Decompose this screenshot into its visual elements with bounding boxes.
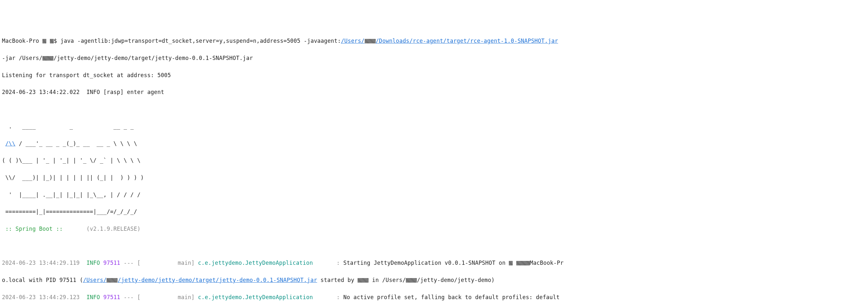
banner-line: ( ( )\___ | '_ | '_| | '_ \/ _` | \ \ \ … <box>2 156 866 165</box>
redacted <box>358 278 369 283</box>
log-ts: 2024-06-23 13:44:29.123 <box>2 294 80 300</box>
banner-line: \\/ ___)| |_)| | | | | || (_| | ) ) ) ) <box>2 173 866 182</box>
log-pid: 97511 <box>103 260 120 266</box>
banner-line: =========|_|==============|___/=/_/_/_/ <box>2 207 866 216</box>
listening-line: Listening for transport dt_socket at add… <box>2 71 866 80</box>
log-sep: --- [ main] <box>120 294 198 300</box>
prompt-dollar: $ <box>54 38 61 44</box>
banner-line: ' |____| .__|_| |_|_| |_\__, | / / / / <box>2 190 866 199</box>
log-msg: No active profile set, falling back to d… <box>343 294 560 300</box>
cmd-java: java -agentlib:jdwp=transport=dt_socket,… <box>61 38 341 44</box>
banner-line: /\\ / ___'_ __ _ _(_)_ __ __ _ \ \ \ \ <box>2 139 866 148</box>
redacted <box>42 56 54 61</box>
banner-line: :: Spring Boot :: (v2.1.9.RELEASE) <box>2 224 866 233</box>
agent-jar-link[interactable]: /Users//Downloads/rce-agent/target/rce-a… <box>341 38 558 44</box>
log-logger: c.e.jettydemo.JettyDemoApplication <box>198 260 333 266</box>
redacted <box>365 39 376 43</box>
redacted <box>516 261 530 266</box>
redacted <box>106 278 118 283</box>
log-ts: 2024-06-23 13:44:29.119 <box>2 260 80 266</box>
enter-agent-line: 2024-06-23 13:44:22.022 INFO [rasp] ente… <box>2 88 866 96</box>
log-msg: Starting JettyDemoApplication v0.0.1-SNA… <box>343 260 509 266</box>
redacted <box>509 261 513 266</box>
log-line-continuation: o.local with PID 97511 (/Users//jetty-de… <box>2 276 866 284</box>
log-sep: --- [ main] <box>120 260 198 266</box>
log-level: INFO <box>87 294 100 300</box>
log-logger: c.e.jettydemo.JettyDemoApplication <box>198 294 333 300</box>
log-line: 2024-06-23 13:44:29.123 INFO 97511 --- [… <box>2 293 866 301</box>
banner-line: . ____ _ __ _ _ <box>2 122 866 131</box>
redacted <box>42 39 46 43</box>
log-msg-tail: MacBook-Pr <box>530 260 563 266</box>
jar-path-link[interactable]: /Users//jetty-demo/jetty-demo/target/jet… <box>83 277 317 283</box>
spring-boot-label: :: Spring Boot :: <box>2 225 63 232</box>
command-line-2: -jar /Users//jetty-demo/jetty-demo/targe… <box>2 54 866 62</box>
prompt-host: MacBook-Pro <box>2 38 42 44</box>
log-level: INFO <box>87 260 100 266</box>
log-line: 2024-06-23 13:44:29.119 INFO 97511 --- [… <box>2 259 866 267</box>
redacted <box>50 39 54 43</box>
banner-slash-link[interactable]: /\\ <box>5 140 15 147</box>
spring-boot-version: (v2.1.9.RELEASE) <box>63 225 141 232</box>
log-pid: 97511 <box>103 294 120 300</box>
redacted <box>406 278 417 283</box>
command-line: MacBook-Pro $ java -agentlib:jdwp=transp… <box>2 37 866 45</box>
